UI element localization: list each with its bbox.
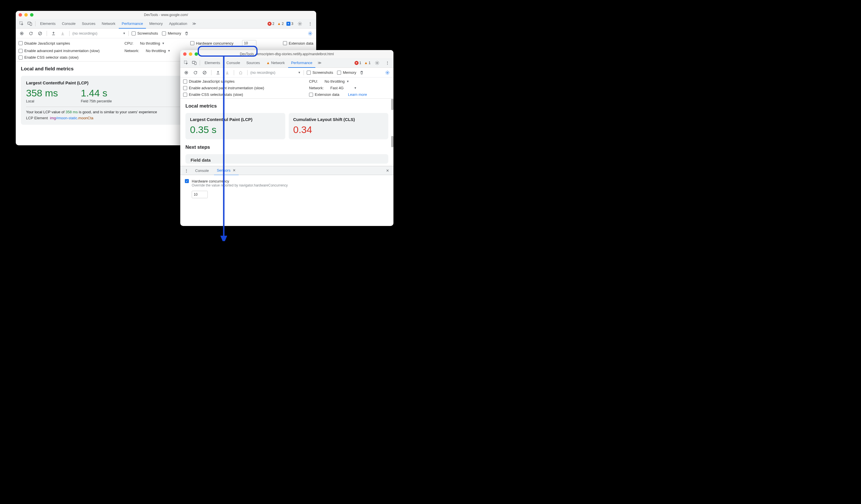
svg-line-7 xyxy=(39,32,41,34)
main-tabbar: Elements Console Sources Network Perform… xyxy=(16,19,316,29)
separator xyxy=(128,31,129,36)
tab-console[interactable]: Console xyxy=(59,19,78,29)
paint-instrumentation-checkbox[interactable]: Enable advanced paint instrumentation (s… xyxy=(183,86,300,90)
close-drawer-icon[interactable]: ✕ xyxy=(384,167,391,174)
close-icon[interactable] xyxy=(18,13,22,17)
drawer-tabbar: ⋮ Console Sensors ✕ ✕ xyxy=(180,166,394,175)
svg-rect-11 xyxy=(194,62,196,65)
tab-memory[interactable]: Memory xyxy=(147,19,166,29)
close-tab-icon[interactable]: ✕ xyxy=(233,168,236,172)
paint-instrumentation-checkbox[interactable]: Enable advanced paint instrumentation (s… xyxy=(18,48,116,53)
network-throttle-select[interactable]: Network: No throttling▼ xyxy=(124,48,170,53)
lcp-value: 0.35 s xyxy=(190,124,281,135)
drawer-tab-sensors[interactable]: Sensors ✕ xyxy=(214,166,238,176)
settings-gear-icon[interactable] xyxy=(384,69,391,76)
upload-icon[interactable] xyxy=(214,69,222,76)
lcp-field-sub: Field 75th percentile xyxy=(81,99,112,103)
memory-checkbox[interactable]: Memory xyxy=(337,70,356,75)
scrollbar-thumb[interactable] xyxy=(391,136,394,147)
info-badge[interactable]: ✦3 xyxy=(286,22,293,26)
window-title: DevTools - emscripten-dbg-stories.netlif… xyxy=(183,52,391,56)
more-tabs-icon[interactable]: ≫ xyxy=(316,59,323,67)
hw-concurrency-checkbox[interactable]: ✓ xyxy=(185,179,189,183)
tab-sources[interactable]: Sources xyxy=(79,19,98,29)
tab-elements[interactable]: Elements xyxy=(202,58,223,68)
inspect-icon[interactable] xyxy=(182,59,190,67)
clear-icon[interactable] xyxy=(36,30,44,37)
metrics-heading: Local metrics xyxy=(186,103,388,109)
recordings-select[interactable]: (no recordings) xyxy=(72,31,121,36)
scrollbar-thumb[interactable] xyxy=(391,99,394,110)
screenshots-checkbox[interactable]: Screenshots xyxy=(132,31,158,36)
chevron-down-icon[interactable]: ▼ xyxy=(298,71,301,74)
css-stats-checkbox[interactable]: Enable CSS selector stats (slow) xyxy=(183,93,300,97)
lcp-card: Largest Contentful Paint (LCP) 0.35 s xyxy=(186,113,285,139)
minimize-icon[interactable] xyxy=(24,13,28,17)
chevron-down-icon[interactable]: ▼ xyxy=(123,32,126,35)
warning-badge[interactable]: ▲1 xyxy=(364,61,371,65)
clear-icon[interactable] xyxy=(201,69,208,76)
zoom-icon[interactable] xyxy=(194,52,198,56)
lcp-local: 358 ms Local xyxy=(26,87,58,103)
record-icon[interactable] xyxy=(18,30,26,37)
record-icon[interactable] xyxy=(182,69,190,76)
extension-data-checkbox[interactable]: Extension data xyxy=(283,41,313,45)
tab-network[interactable]: ▲Network xyxy=(263,58,288,68)
disable-js-checkbox[interactable]: Disable JavaScript samples xyxy=(18,41,116,45)
css-stats-checkbox[interactable]: Enable CSS selector stats (slow) xyxy=(18,55,78,59)
trash-icon[interactable] xyxy=(183,30,190,37)
device-toggle-icon[interactable] xyxy=(191,59,198,67)
disable-js-checkbox[interactable]: Disable JavaScript samples xyxy=(183,79,300,84)
gear-icon[interactable] xyxy=(373,59,381,67)
gear-icon[interactable] xyxy=(296,20,304,27)
warning-badge[interactable]: ▲2 xyxy=(277,22,284,26)
screenshots-checkbox[interactable]: Screenshots xyxy=(307,70,333,75)
memory-checkbox[interactable]: Memory xyxy=(162,31,181,36)
download-icon[interactable] xyxy=(59,30,66,37)
reload-icon[interactable] xyxy=(27,30,35,37)
svg-point-17 xyxy=(387,72,388,73)
network-throttle-select[interactable]: Network: Fast 4G▼ xyxy=(309,86,357,90)
tab-application[interactable]: Application xyxy=(166,19,190,29)
kebab-icon[interactable]: ⋮ xyxy=(182,167,190,174)
main-tabbar: Elements Console Sources ▲Network Perfor… xyxy=(180,58,394,68)
tab-performance[interactable]: Performance xyxy=(288,58,315,68)
more-tabs-icon[interactable]: ≫ xyxy=(191,20,198,27)
learn-more-link[interactable]: Learn more xyxy=(348,93,367,97)
error-badge[interactable]: ✕2 xyxy=(268,22,274,26)
extension-data-checkbox[interactable]: Extension data xyxy=(309,93,339,97)
tab-console[interactable]: Console xyxy=(223,58,243,68)
cpu-throttle-select[interactable]: CPU: No throttling▼ xyxy=(124,41,182,45)
close-icon[interactable] xyxy=(183,52,187,56)
error-badge[interactable]: ✕1 xyxy=(355,61,361,65)
kebab-icon[interactable]: ⋮ xyxy=(384,59,391,67)
upload-icon[interactable] xyxy=(50,30,57,37)
tab-elements[interactable]: Elements xyxy=(37,19,58,29)
download-icon[interactable] xyxy=(223,69,231,76)
svg-line-16 xyxy=(203,71,206,74)
hardware-concurrency-checkbox[interactable]: Hardware concurrency xyxy=(190,41,233,45)
reload-icon[interactable] xyxy=(192,69,199,76)
hardware-concurrency-input[interactable]: 10 xyxy=(242,40,256,46)
zoom-icon[interactable] xyxy=(30,13,33,17)
tab-performance[interactable]: Performance xyxy=(119,19,146,29)
svg-point-12 xyxy=(377,62,378,63)
lcp-element-tag[interactable]: img xyxy=(50,116,56,120)
minimize-icon[interactable] xyxy=(189,52,192,56)
home-icon[interactable] xyxy=(237,69,244,76)
settings-gear-icon[interactable] xyxy=(306,30,314,37)
drawer-tab-console[interactable]: Console xyxy=(192,166,212,175)
tab-sources[interactable]: Sources xyxy=(244,58,263,68)
inspect-icon[interactable] xyxy=(18,20,26,27)
recordings-select[interactable]: (no recordings) xyxy=(250,70,296,75)
kebab-icon[interactable]: ⋮ xyxy=(306,20,314,27)
tab-network[interactable]: Network xyxy=(99,19,119,29)
trash-icon[interactable] xyxy=(358,69,365,76)
device-toggle-icon[interactable] xyxy=(26,20,33,27)
hw-concurrency-input[interactable]: 10 xyxy=(192,191,208,198)
separator xyxy=(69,31,70,36)
hw-concurrency-desc: Override the value reported by navigator… xyxy=(192,183,288,187)
cpu-throttle-select[interactable]: CPU: No throttling▼ xyxy=(309,79,349,84)
metrics-panel: Local metrics Largest Contentful Paint (… xyxy=(180,99,394,166)
titlebar: DevTools - emscripten-dbg-stories.netlif… xyxy=(180,50,394,58)
